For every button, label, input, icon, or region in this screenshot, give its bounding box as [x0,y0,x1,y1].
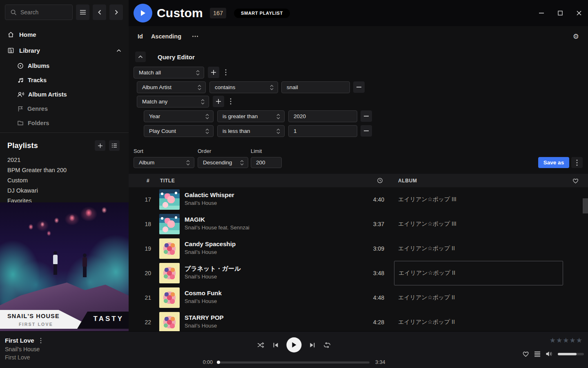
rule1-operator-select[interactable]: contains [209,81,278,93]
playlist-menu-button[interactable] [109,140,120,151]
track-album-cell[interactable]: エイリアン☆ポップ III [394,187,563,212]
search-input[interactable] [20,9,61,16]
track-row[interactable]: 19 Candy Spaceship Snail’s House 3:09 エイ… [129,236,588,261]
rule1-field-select[interactable]: Album Artist [137,81,206,93]
maximize-button[interactable] [557,10,564,16]
track-album-cell[interactable]: エイリアン☆ポップ II [394,261,563,285]
play-pause-button[interactable] [287,337,302,352]
save-as-button[interactable]: Save as [538,157,569,168]
now-playing-menu-button[interactable] [40,338,42,343]
rating-star-icon[interactable]: ★ [563,337,569,344]
seek-knob[interactable] [217,361,220,364]
sort-direction-button[interactable]: Ascending [151,33,181,40]
nav-forward-button[interactable] [109,4,123,20]
artwork-figure-left [52,251,58,275]
add-rule-button-group1[interactable] [208,67,219,78]
duration-clock-icon[interactable] [377,174,383,187]
add-playlist-button[interactable] [95,140,105,151]
seek-bar[interactable] [218,361,370,364]
sidebar-item-label: Library [19,47,40,54]
track-album: エイリアン☆ポップ III [398,196,457,203]
queue-icon[interactable] [534,351,541,357]
rating-star-icon[interactable]: ★ [570,337,576,344]
play-playlist-button[interactable] [134,4,152,22]
collapse-chevron-icon[interactable] [116,49,121,52]
track-duration: 4:40 [349,187,384,212]
limit-input[interactable] [251,157,282,168]
rule2-operator-select[interactable]: is greater than [217,110,285,122]
search-box[interactable] [5,4,73,20]
sort-field-button[interactable]: Id [138,33,143,40]
sidebar-item-albums[interactable]: Albums [0,58,129,73]
track-artist: Snail’s House [185,249,217,255]
sidebar-item-album-artists[interactable]: Album Artists [0,87,129,101]
settings-gear-icon[interactable]: ⚙ [573,33,579,40]
track-row[interactable]: 17 Galactic Whisper Snail’s House 4:40 エ… [129,187,588,212]
playlist-item[interactable]: Custom [0,175,129,185]
rule2-remove-button[interactable] [361,110,372,122]
sidebar-item-genres[interactable]: Genres [0,101,129,116]
collapse-chevron-icon [138,55,143,58]
track-row[interactable]: 22 STARRY POP Snail’s House 4:28 エイリアン☆ポ… [129,310,588,331]
track-album-cell[interactable]: エイリアン☆ポップ III [394,212,563,236]
sidebar-item-folders[interactable]: Folders [0,116,129,130]
next-track-icon[interactable] [310,342,316,348]
playlist-item[interactable]: BPM Greater than 200 [0,165,129,175]
rule3-operator-select[interactable]: is less than [217,125,285,137]
match-select-group1[interactable]: Match all [134,67,204,79]
nav-back-button[interactable] [93,4,106,20]
menu-button[interactable] [76,4,89,20]
track-artwork-thumbnail [159,263,180,283]
query-editor-collapse-button[interactable] [135,52,146,62]
add-rule-button-group2[interactable] [213,96,224,107]
column-title[interactable]: TITLE [160,174,175,187]
rule1-value-input[interactable] [281,81,350,93]
playlist-item[interactable]: 2021 [0,155,129,165]
group2-menu-button[interactable] [227,96,235,107]
rating-star-icon[interactable]: ★ [550,337,556,344]
sidebar-item-tracks[interactable]: Tracks [0,73,129,87]
sidebar-top-bar [0,0,129,24]
scrollbar-thumb[interactable] [583,198,588,213]
track-album-cell[interactable]: エイリアン☆ポップ II [394,236,563,261]
favorite-heart-icon[interactable] [572,174,579,187]
rule1-remove-button[interactable] [353,81,365,93]
column-album[interactable]: ALBUM [398,174,417,187]
track-row[interactable]: 18 MAGIK Snail’s House feat. Sennzai 3:3… [129,212,588,236]
previous-track-icon[interactable] [273,342,279,348]
rating-star-icon[interactable]: ★ [576,337,582,344]
rule2-field-select[interactable]: Year [144,110,214,122]
track-title: プラネット・ガール [185,265,241,273]
minimize-icon [539,10,544,16]
column-number[interactable]: # [147,174,149,187]
repeat-icon[interactable] [323,342,331,348]
sidebar-item-library[interactable]: Library [0,43,129,58]
playlist-item[interactable]: DJ Okawari [0,185,129,195]
tracklist: # TITLE ALBUM 17 Galactic Whisper Sn [129,174,588,331]
volume-icon[interactable] [546,351,553,357]
rule3-remove-button[interactable] [361,125,372,137]
rule3-value-input[interactable] [288,125,357,137]
favorite-heart-icon[interactable] [522,351,529,357]
match-select-group2[interactable]: Match any [137,96,209,108]
rule2-value-input[interactable] [288,110,357,122]
volume-slider[interactable] [558,353,584,355]
group1-menu-button[interactable] [222,67,230,78]
save-menu-button[interactable] [571,157,583,168]
track-row[interactable]: 21 Cosmo Funk Snail’s House 4:48 エイリアン☆ポ… [129,285,588,310]
shuffle-icon[interactable] [257,342,265,348]
sidebar-item-home[interactable]: Home [0,27,129,43]
close-button[interactable] [576,10,582,16]
track-album-cell[interactable]: エイリアン☆ポップ II [394,310,563,331]
track-row[interactable]: 20 プラネット・ガール Snail’s House 3:48 エイリアン☆ポッ… [129,261,588,285]
order-select[interactable]: Descending [198,157,248,168]
genres-flag-icon [17,105,23,112]
track-album-cell[interactable]: エイリアン☆ポップ II [394,285,563,310]
minimize-button[interactable] [538,10,545,16]
rule3-field-select[interactable]: Play Count [144,125,214,137]
sort-select[interactable]: Album [134,157,194,168]
track-number: 20 [129,261,151,285]
rating-star-icon[interactable]: ★ [556,337,562,344]
more-horizontal-icon[interactable] [192,35,198,38]
total-time: 3:34 [375,359,389,365]
